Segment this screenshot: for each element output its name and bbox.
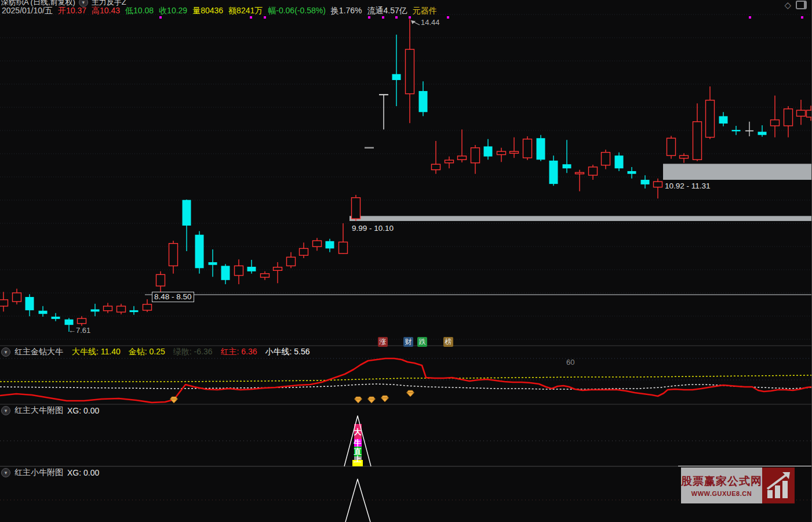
indicator-level-label: 60 <box>566 358 574 367</box>
divider-highlight <box>678 466 812 466</box>
xg-value: XG: 0.00 <box>67 406 99 415</box>
quote-token: 量80436 <box>192 6 223 16</box>
gap-zone-label: 9.99 - 10.10 <box>352 224 394 233</box>
svg-text:牛: 牛 <box>354 438 362 447</box>
quote-token: 幅-0.06(-0.58%) <box>268 6 326 16</box>
gap-zone-label: 8.48 - 8.50 <box>152 292 194 302</box>
quote-token: 元器件 <box>413 6 437 16</box>
quote-values: 开10.37高10.43低10.08收10.29量80436额8241万幅-0.… <box>58 6 437 16</box>
indicator-value: 金钻: 0.25 <box>129 347 165 357</box>
collapse-panel-icon[interactable]: ▾ <box>1 406 10 415</box>
indicator-value: 红主: 6.36 <box>221 347 257 357</box>
hot-button-财[interactable]: 财 <box>403 337 413 347</box>
low-price-label: ←7.61 <box>68 326 90 335</box>
watermark-site-url: WWW.GUXUE8.CN <box>691 490 752 497</box>
collapse-panel-icon[interactable]: ▾ <box>1 468 10 477</box>
xg-value: XG: 0.00 <box>67 468 99 477</box>
panel-header-jinzuan: ▾ 红主金钻大牛 大牛线: 11.40金钻: 0.25绿散: -6.36红主: … <box>1 347 310 357</box>
svg-text:上: 上 <box>354 455 362 463</box>
quote-bar: 2025/01/10/五 开10.37高10.43低10.08收10.29量80… <box>2 6 437 16</box>
hot-button-榜[interactable]: 榜 <box>443 337 453 347</box>
quote-date: 2025/01/10/五 <box>2 6 53 16</box>
quote-token: 额8241万 <box>228 6 263 16</box>
rising-chart-icon <box>766 472 791 499</box>
quote-token: 低10.08 <box>125 6 154 16</box>
chart-canvas: 大牛直上 <box>0 0 812 522</box>
high-price-label: 14.44 <box>421 18 440 27</box>
panel-header-xiaoniu: ▾ 红主小牛附图 XG: 0.00 <box>1 467 99 478</box>
watermark-site-name: 股票赢家公式网 <box>681 474 762 489</box>
panel-header-daniu: ▾ 红主大牛附图 XG: 0.00 <box>1 405 99 416</box>
watermark-logo <box>762 467 795 503</box>
quote-token: 流通4.57亿 <box>367 6 407 16</box>
quote-token: 换1.76% <box>331 6 362 16</box>
watermark-banner: 股票赢家公式网 WWW.GUXUE8.CN <box>681 467 795 503</box>
quote-token: 开10.37 <box>58 6 86 16</box>
panel-layout-icon[interactable] <box>796 1 807 9</box>
panel-title[interactable]: 红主金钻大牛 <box>14 347 63 357</box>
quote-token: 高10.43 <box>92 6 120 16</box>
panel-title[interactable]: 红主大牛附图 <box>14 405 63 416</box>
watermark-text-block: 股票赢家公式网 WWW.GUXUE8.CN <box>681 467 762 503</box>
window-icons: ◇ <box>784 1 807 9</box>
panel-title[interactable]: 红主小牛附图 <box>14 467 63 478</box>
gap-zone-label: 10.92 - 11.31 <box>665 182 711 190</box>
quote-token: 收10.29 <box>159 6 187 16</box>
collapse-panel-icon[interactable]: ▾ <box>1 347 10 357</box>
indicator-value: 小牛线: 5.56 <box>265 347 310 357</box>
hot-button-涨[interactable]: 涨 <box>378 337 388 347</box>
svg-text:大: 大 <box>354 427 362 436</box>
hot-button-跌[interactable]: 跌 <box>417 337 427 347</box>
indicator-value: 大牛线: 11.40 <box>72 347 121 357</box>
trading-app-window: 大牛直上 深纺织A (日线,前复权) ▾ 主力反手Z ◇ 2025/01/10/… <box>0 0 812 522</box>
indicator-values: 大牛线: 11.40金钻: 0.25绿散: -6.36红主: 6.36小牛线: … <box>72 347 310 357</box>
indicator-value: 绿散: -6.36 <box>173 347 213 357</box>
diamond-tool-icon[interactable]: ◇ <box>784 2 791 8</box>
